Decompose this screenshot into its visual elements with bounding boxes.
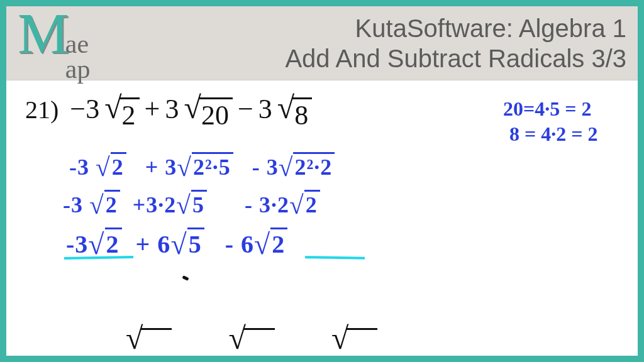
work-line-1: -3 √2 + 3√2²·5 - 3√2²·2 — [69, 151, 335, 182]
term2-radical: √20 — [184, 95, 232, 131]
work-line-2: -3 √2 +3·2√5 - 3·2√2 — [63, 189, 320, 220]
highlight-2 — [305, 256, 365, 260]
next-problem-peek: √ √ √ — [126, 326, 377, 362]
title-line-1: KutaSoftware: Algebra 1 — [285, 13, 626, 43]
title-block: KutaSoftware: Algebra 1 Add And Subtract… — [285, 13, 626, 74]
side-note-2: 8 = 4·2 = 2 — [509, 123, 597, 146]
logo: M ae ap — [18, 4, 90, 82]
term2-coef: 3 — [165, 93, 179, 125]
problem-number: 21) — [25, 95, 58, 124]
work-line-3: -3√2 + 6√5 - 6√2 — [66, 226, 287, 261]
term3-coef: 3 — [258, 93, 272, 125]
term3-radical: √8 — [277, 95, 312, 131]
page: M ae ap KutaSoftware: Algebra 1 Add And … — [6, 6, 638, 356]
logo-M: M — [18, 4, 69, 62]
peek-rad-3: √ — [331, 326, 377, 362]
title-line-2: Add And Subtract Radicals 3/3 — [285, 43, 626, 74]
peek-rad-1: √ — [126, 326, 172, 362]
op-plus: + — [145, 93, 160, 125]
term1-radical: √2 — [104, 95, 139, 131]
side-note-1: 20=4·5 = 2 — [503, 97, 591, 121]
op-minus: − — [238, 93, 253, 125]
term1-coef: −3 — [70, 93, 99, 125]
stray-mark — [182, 275, 189, 281]
peek-rad-2: √ — [228, 326, 274, 362]
header-bar: M ae ap KutaSoftware: Algebra 1 Add And … — [6, 6, 638, 80]
